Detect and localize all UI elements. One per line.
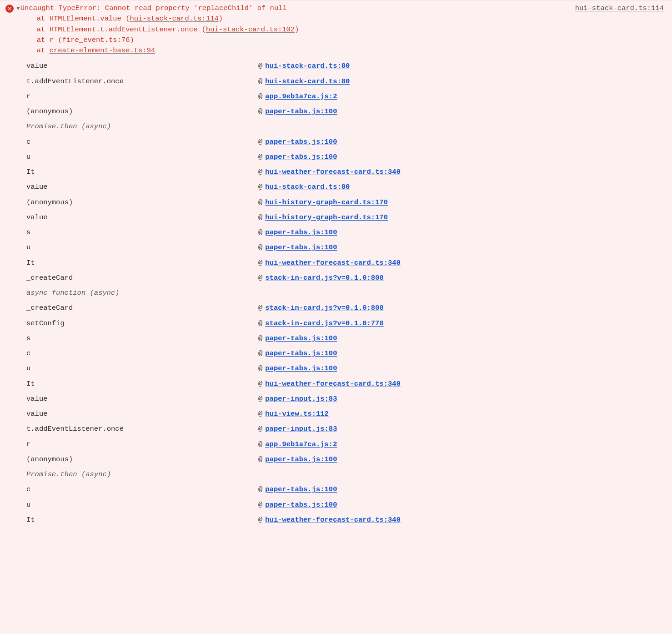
stack-function-name: _createCard [26,273,258,283]
at-symbol: @ [258,515,262,525]
stack-function-name: (anonymous) [26,197,258,208]
error-trace-line: at HTMLElement.t.addEventListener.once (… [37,25,575,35]
stack-frame: (anonymous)@paper-tabs.js:100 [26,104,667,119]
stack-source-link[interactable]: paper-input.js:83 [265,394,337,404]
at-symbol: @ [258,212,262,223]
stack-source-link[interactable]: hui-weather-forecast-card.ts:340 [265,379,401,389]
stack-source-link[interactable]: hui-weather-forecast-card.ts:340 [265,515,401,525]
stack-source-link[interactable]: paper-tabs.js:100 [265,152,337,162]
at-symbol: @ [258,348,262,359]
at-symbol: @ [258,258,262,268]
stack-source-link[interactable]: hui-history-graph-card.ts:170 [265,197,388,208]
error-header: ▼ Uncaught TypeError: Cannot read proper… [0,2,672,56]
stack-frame: c@paper-tabs.js:100 [26,482,667,497]
stack-function-name: value [26,61,258,71]
stack-source-link[interactable]: paper-tabs.js:100 [265,363,337,374]
at-symbol: @ [258,394,262,404]
at-symbol: @ [258,91,262,102]
stack-source-link[interactable]: paper-tabs.js:100 [265,242,337,253]
stack-source-link[interactable]: stack-in-card.js?v=0.1.0:808 [265,303,383,313]
stack-source-link[interactable]: hui-view.ts:112 [265,409,329,419]
stack-source-link[interactable]: hui-stack-card.ts:80 [265,76,350,87]
stack-function-name: _createCard [26,303,258,313]
stack-frame: (anonymous)@hui-history-graph-card.ts:17… [26,195,667,210]
stack-source-link[interactable]: hui-history-graph-card.ts:170 [265,212,388,223]
async-marker: Promise.then (async) [26,467,667,482]
expand-toggle-icon[interactable]: ▼ [16,4,20,13]
async-marker: Promise.then (async) [26,119,667,134]
stack-function-name: (anonymous) [26,454,258,465]
stack-frame: s@paper-tabs.js:100 [26,331,667,346]
stack-source-link[interactable]: app.9eb1a7ca.js:2 [265,439,337,450]
stack-frame: u@paper-tabs.js:100 [26,240,667,255]
stack-source-link[interactable]: stack-in-card.js?v=0.1.0:778 [265,318,383,329]
trace-source-link[interactable]: hui-stack-card.ts:114 [130,15,218,23]
stack-frame: t.addEventListener.once@paper-input.js:8… [26,422,667,437]
stack-source-link[interactable]: paper-tabs.js:100 [265,500,337,510]
stack-function-name: t.addEventListener.once [26,424,258,434]
stack-function-name: u [26,152,258,162]
trace-source-link[interactable]: hui-stack-card.ts:102 [206,25,295,34]
async-marker: async function (async) [26,286,667,301]
stack-function-name: u [26,242,258,253]
stack-function-name: It [26,167,258,177]
stack-frame: It@hui-weather-forecast-card.ts:340 [26,256,667,271]
stack-function-name: u [26,500,258,510]
stack-source-link[interactable]: app.9eb1a7ca.js:2 [265,91,337,102]
at-symbol: @ [258,409,262,419]
stack-source-link[interactable]: hui-weather-forecast-card.ts:340 [265,258,401,268]
at-symbol: @ [258,152,262,162]
at-symbol: @ [258,167,262,177]
stack-function-name: t.addEventListener.once [26,76,258,87]
stack-source-link[interactable]: hui-weather-forecast-card.ts:340 [265,167,401,177]
stack-function-name: r [26,439,258,450]
stack-source-link[interactable]: hui-stack-card.ts:80 [265,182,350,192]
stack-function-name: s [26,227,258,238]
stack-source-link[interactable]: paper-tabs.js:100 [265,484,337,495]
error-icon [5,5,14,13]
stack-source-link[interactable]: paper-tabs.js:100 [265,348,337,359]
at-symbol: @ [258,137,262,147]
stack-source-link[interactable]: paper-tabs.js:100 [265,106,337,117]
trace-source-link[interactable]: fire_event.ts:76 [62,36,130,44]
stack-function-name: value [26,409,258,419]
stack-source-link[interactable]: paper-tabs.js:100 [265,137,337,147]
stack-function-name: value [26,182,258,192]
stack-frame: value@hui-view.ts:112 [26,407,667,422]
stack-function-name: It [26,515,258,525]
stack-source-link[interactable]: paper-tabs.js:100 [265,454,337,465]
stack-frame: c@paper-tabs.js:100 [26,135,667,150]
stack-function-name: u [26,363,258,374]
at-symbol: @ [258,500,262,510]
stack-frame: It@hui-weather-forecast-card.ts:340 [26,165,667,180]
at-symbol: @ [258,484,262,495]
stack-frame: It@hui-weather-forecast-card.ts:340 [26,513,667,528]
stack-source-link[interactable]: paper-tabs.js:100 [265,227,337,238]
trace-source-link[interactable]: create-element-base.ts:94 [50,46,155,55]
stack-source-link[interactable]: paper-tabs.js:100 [265,333,337,344]
stack-frame: r@app.9eb1a7ca.js:2 [26,89,667,104]
error-trace-line: at r (fire_event.ts:76) [37,35,575,45]
at-symbol: @ [258,242,262,253]
stack-frame: It@hui-weather-forecast-card.ts:340 [26,377,667,392]
stack-frame: u@paper-tabs.js:100 [26,361,667,376]
error-trace-line: at create-element-base.ts:94 [37,45,575,56]
error-source-link[interactable]: hui-stack-card.ts:114 [575,3,667,14]
stack-source-link[interactable]: hui-stack-card.ts:80 [265,61,350,71]
at-symbol: @ [258,197,262,208]
stack-frame: value@hui-stack-card.ts:80 [26,59,667,74]
stack-function-name: value [26,212,258,223]
stack-source-link[interactable]: stack-in-card.js?v=0.1.0:808 [265,273,383,283]
stack-source-link[interactable]: paper-input.js:83 [265,424,337,434]
at-symbol: @ [258,182,262,192]
at-symbol: @ [258,379,262,389]
at-symbol: @ [258,106,262,117]
stack-frame: c@paper-tabs.js:100 [26,346,667,361]
stack-function-name: It [26,258,258,268]
at-symbol: @ [258,227,262,238]
stack-function-name: c [26,484,258,495]
at-symbol: @ [258,424,262,434]
at-symbol: @ [258,303,262,313]
stack-frame: _createCard@stack-in-card.js?v=0.1.0:808 [26,271,667,286]
stack-function-name: r [26,91,258,102]
